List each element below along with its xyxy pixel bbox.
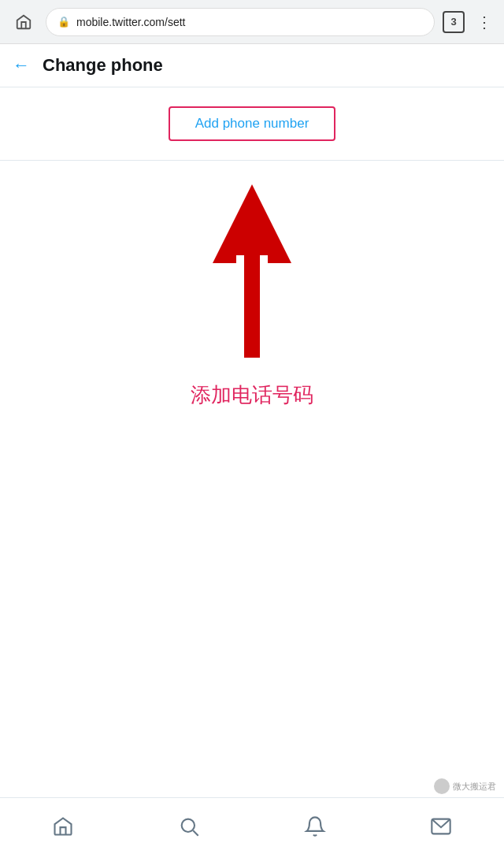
content-area: Add phone number (0, 87, 504, 161)
watermark: 微大搬运君 (434, 778, 496, 794)
svg-point-2 (182, 819, 195, 831)
watermark-icon (434, 778, 450, 794)
browser-menu-button[interactable]: ⋮ (472, 13, 495, 32)
svg-marker-1 (213, 184, 291, 263)
svg-line-3 (193, 830, 198, 835)
page-header: ← Change phone (0, 44, 504, 87)
watermark-text: 微大搬运君 (453, 781, 496, 793)
lock-icon: 🔒 (57, 16, 70, 28)
add-phone-number-button[interactable]: Add phone number (169, 106, 336, 141)
bell-nav-icon (304, 815, 326, 837)
chinese-annotation-text: 添加电话号码 (191, 381, 313, 409)
nav-messages[interactable] (417, 808, 465, 845)
browser-chrome: 🔒 mobile.twitter.com/sett 3 ⋮ (0, 0, 504, 44)
browser-home-button[interactable] (9, 8, 38, 36)
red-arrow-container (205, 176, 299, 366)
red-arrow-icon (205, 176, 299, 366)
nav-notifications[interactable] (291, 808, 339, 845)
back-button[interactable]: ← (13, 57, 30, 74)
svg-rect-0 (244, 255, 260, 358)
address-bar[interactable]: 🔒 mobile.twitter.com/sett (46, 8, 435, 36)
annotation-area: 添加电话号码 (0, 161, 504, 433)
mail-nav-icon (430, 815, 452, 837)
nav-search[interactable] (165, 808, 213, 845)
url-text: mobile.twitter.com/sett (76, 16, 423, 28)
tab-count-badge[interactable]: 3 (443, 11, 465, 33)
search-nav-icon (178, 815, 200, 837)
home-nav-icon (52, 815, 74, 837)
nav-home[interactable] (39, 808, 87, 845)
bottom-nav (0, 797, 504, 854)
page-title: Change phone (43, 55, 163, 76)
